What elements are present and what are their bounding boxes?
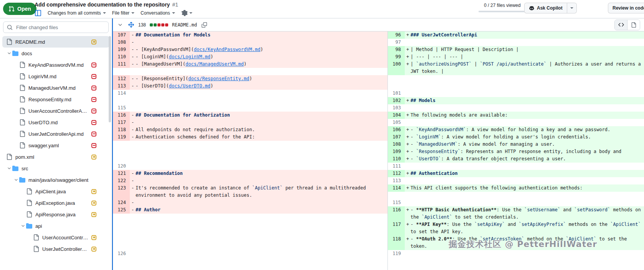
line-number[interactable]: 124 <box>113 199 130 206</box>
tree-file-swagger.yaml[interactable]: swagger.yaml <box>2 140 109 151</box>
tree-file-ApiResponse.java[interactable]: ApiResponse.java <box>2 209 109 220</box>
diff-sign <box>130 104 136 112</box>
tree-file-README.md[interactable]: README.md <box>2 36 109 48</box>
diffstat-block-del <box>157 23 161 26</box>
line-number[interactable]: 104 <box>388 112 405 119</box>
line-number[interactable]: 119 <box>113 133 130 141</box>
line-number[interactable]: 115 <box>113 104 130 112</box>
diff-settings-dropdown[interactable] <box>181 10 192 16</box>
line-number[interactable]: 96 <box>388 31 405 39</box>
commits-dropdown[interactable]: Changes from all commits <box>48 10 106 16</box>
line-number[interactable]: 125 <box>113 206 130 214</box>
line-number[interactable]: 107 <box>113 31 130 39</box>
sidebar-scrollbar[interactable] <box>109 36 111 122</box>
rich-view-button[interactable] <box>627 20 640 30</box>
diff-sign: - <box>130 112 136 119</box>
line-number[interactable]: 108 <box>388 141 405 148</box>
line-number[interactable]: 123 <box>113 184 130 199</box>
code-text: ## Authentication <box>411 170 644 177</box>
tree-file-UserJwtControllerApi.java[interactable]: UserJwtControllerApi.java <box>2 243 109 255</box>
diffstat-block-add <box>150 23 153 26</box>
collapse-file-button[interactable] <box>117 21 124 28</box>
line-number[interactable]: 111 <box>388 163 405 170</box>
source-view-button[interactable] <box>615 20 627 30</box>
line-number[interactable]: 98 <box>388 46 405 53</box>
line-number[interactable]: 116 <box>388 206 405 221</box>
line-number[interactable]: 102 <box>388 97 405 104</box>
file-tree-toggle-button[interactable] <box>35 10 41 16</box>
line-number[interactable]: 116 <box>113 112 130 119</box>
line-number[interactable]: 114 <box>113 90 130 97</box>
diff-line-deletion: 125-## Author <box>113 206 387 214</box>
code-text <box>136 141 387 148</box>
tree-file-UserJwtControllerApi.md[interactable]: UserJwtControllerApi.md <box>2 128 109 140</box>
line-number[interactable]: 113 <box>113 82 130 90</box>
line-number[interactable]: 100 <box>388 61 405 75</box>
line-number[interactable]: 126 <box>113 250 130 257</box>
diff-sign <box>130 155 136 163</box>
line-number[interactable]: 109 <box>113 46 130 53</box>
tree-file-ManagedUserVM.md[interactable]: ManagedUserVM.md <box>2 82 109 94</box>
line-number[interactable]: 103 <box>388 104 405 112</box>
file-name: pom.xml <box>15 154 88 160</box>
ask-copilot-button[interactable]: Ask Copilot <box>524 3 567 13</box>
tree-folder-main/java/io/swagger/client[interactable]: main/java/io/swagger/client <box>2 174 109 186</box>
code-text <box>411 104 644 112</box>
code-text: ## Documentation for Authorization <box>136 112 387 119</box>
tree-file-ResponseEntity.md[interactable]: ResponseEntity.md <box>2 94 109 105</box>
tree-file-ApiException.java[interactable]: ApiException.java <box>2 197 109 209</box>
line-number[interactable]: 122 <box>113 177 130 184</box>
diff-sign: - <box>130 184 136 199</box>
line-number[interactable]: 101 <box>388 90 405 97</box>
tree-file-KeyAndPasswordVM.md[interactable]: KeyAndPasswordVM.md <box>2 59 109 71</box>
diff-sign <box>130 243 136 250</box>
filter-changed-files[interactable] <box>3 21 109 33</box>
line-number[interactable]: 120 <box>113 163 130 170</box>
diff-line-context: 111 <box>388 163 644 170</box>
tree-file-UserAccountControllerApi.java[interactable]: UserAccountControllerApi.java <box>2 232 109 243</box>
code-text: - [ResponseEntity](docs/ResponseEntity.m… <box>136 75 387 82</box>
line-number[interactable]: 110 <box>113 53 130 61</box>
review-in-codespace-button[interactable]: Review in codespace <box>608 3 644 13</box>
line-number[interactable]: 99 <box>388 53 405 61</box>
code-text <box>136 250 387 257</box>
line-number[interactable]: 111 <box>113 61 130 68</box>
copy-path-button[interactable] <box>201 21 208 28</box>
line-number[interactable]: 110 <box>388 155 405 163</box>
line-number[interactable]: 107 <box>388 133 405 141</box>
tree-file-UserAccountControllerApi.md[interactable]: UserAccountControllerApi.md <box>2 105 109 117</box>
line-number[interactable]: 106 <box>388 126 405 133</box>
drag-handle[interactable] <box>127 21 134 28</box>
line-number[interactable]: 117 <box>113 119 130 126</box>
diff-line-addition: 108+- `ManagedUserVM`: A view model for … <box>388 141 644 148</box>
file-filter-dropdown[interactable]: File filter <box>112 10 134 16</box>
line-number[interactable]: 112 <box>113 75 130 82</box>
line-number[interactable]: 109 <box>388 148 405 155</box>
line-number[interactable]: 97 <box>388 39 405 46</box>
diff-sign: - <box>130 199 136 206</box>
line-number[interactable]: 112 <box>388 170 405 177</box>
line-number[interactable]: 115 <box>388 199 405 206</box>
diff-line-context: 113 <box>388 177 644 184</box>
line-number[interactable]: 114 <box>388 184 405 192</box>
tree-file-ApiClient.java[interactable]: ApiClient.java <box>2 186 109 197</box>
filter-changed-files-input[interactable] <box>15 24 105 31</box>
conversations-dropdown[interactable]: Conversations <box>141 10 175 16</box>
tree-file-UserDTO.md[interactable]: UserDTO.md <box>2 117 109 128</box>
tree-folder-docs[interactable]: docs <box>2 48 109 59</box>
line-number[interactable]: 117 <box>388 221 405 235</box>
line-number[interactable]: 108 <box>113 39 130 46</box>
line-number[interactable]: 105 <box>388 119 405 126</box>
line-number[interactable]: 118 <box>113 126 130 133</box>
line-number[interactable]: 113 <box>388 177 405 184</box>
ask-copilot-dropdown-button[interactable] <box>567 3 577 13</box>
diff-line-filler <box>113 68 387 75</box>
line-number[interactable]: 121 <box>113 170 130 177</box>
tree-folder-src[interactable]: src <box>2 163 109 174</box>
line-number[interactable]: 118 <box>388 235 405 250</box>
line-number[interactable]: 119 <box>388 250 405 257</box>
tree-folder-api[interactable]: api <box>2 220 109 232</box>
changes-count: 138 <box>138 22 146 28</box>
tree-file-pom.xml[interactable]: pom.xml <box>2 151 109 163</box>
tree-file-LoginVM.md[interactable]: LoginVM.md <box>2 71 109 82</box>
